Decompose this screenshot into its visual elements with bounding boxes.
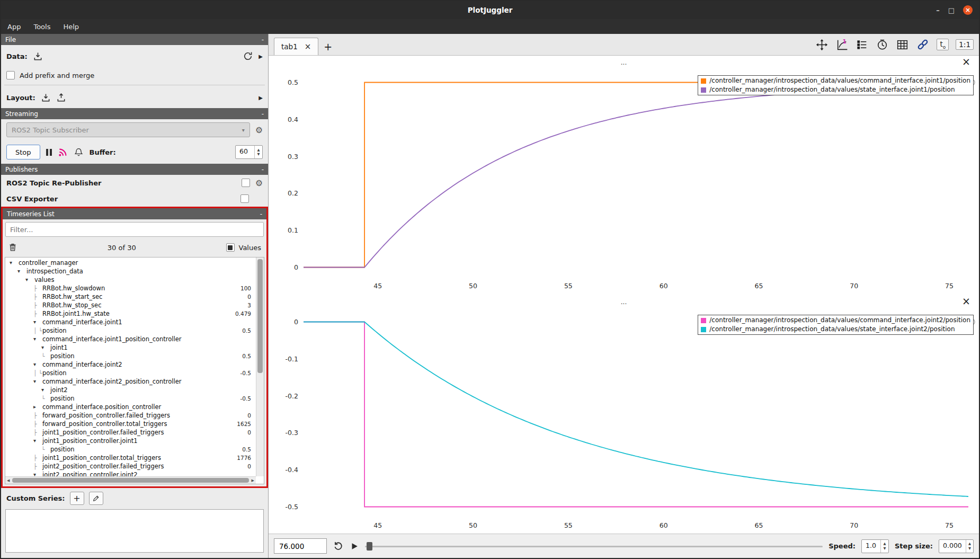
tree-expanded-arrow-icon[interactable]: ▾ [33, 335, 40, 343]
filter-input[interactable] [5, 222, 264, 237]
load-layout-icon[interactable] [41, 93, 51, 103]
edit-custom-series-button[interactable] [89, 492, 103, 505]
timeseries-section-header[interactable]: Timeseries List - [3, 208, 266, 219]
save-layout-icon[interactable] [56, 93, 66, 103]
spin-down-icon[interactable]: ▼ [883, 546, 886, 551]
tree-row[interactable]: ├forward_position_controller.total_trigg… [5, 420, 256, 428]
link-axes-icon[interactable] [916, 38, 930, 51]
plot-close-icon[interactable]: × [962, 56, 970, 67]
time-slider-groove[interactable] [365, 546, 823, 547]
tree-expanded-arrow-icon[interactable]: ▾ [25, 276, 32, 284]
streaming-settings-gear-icon[interactable]: ⚙ [255, 125, 263, 135]
legend-entry[interactable]: /controller_manager/introspection_data/v… [701, 316, 970, 325]
spin-buttons[interactable]: ▲ ▼ [966, 540, 973, 553]
plot-close-icon[interactable]: × [962, 295, 970, 307]
custom-series-list[interactable] [5, 509, 264, 553]
close-window-button[interactable]: × [963, 5, 973, 15]
scroll-right-icon[interactable]: ▶ [250, 478, 256, 483]
tree-row[interactable]: ├joint1_position_controller.total_trigge… [5, 454, 256, 462]
spin-up-icon[interactable]: ▲ [257, 148, 260, 152]
sync-data-icon[interactable] [243, 51, 253, 61]
collapse-icon[interactable]: - [262, 166, 264, 173]
publishers-section-header[interactable]: Publishers - [1, 164, 268, 175]
menu-help[interactable]: Help [57, 19, 85, 34]
tree-row[interactable]: ▾values [5, 276, 256, 284]
publisher-ros2-gear-icon[interactable]: ⚙ [255, 178, 263, 188]
tree-expanded-arrow-icon[interactable]: ▾ [33, 377, 40, 386]
timeseries-tree[interactable]: ▾controller_manager▾introspection_data▾v… [5, 258, 256, 476]
horizontal-scrollbar-thumb[interactable] [12, 478, 248, 483]
tree-expanded-arrow-icon[interactable]: ▾ [33, 471, 40, 476]
tree-row[interactable]: ▾joint1 [5, 343, 256, 352]
tree-expanded-arrow-icon[interactable]: ▾ [17, 267, 24, 276]
spin-buttons[interactable]: ▲ ▼ [254, 146, 262, 158]
load-data-icon[interactable] [33, 51, 43, 61]
publisher-csv-checkbox[interactable] [240, 194, 249, 203]
collapse-icon[interactable]: - [260, 210, 262, 218]
tree-expanded-arrow-icon[interactable]: ▾ [33, 437, 40, 445]
plot-legend[interactable]: /controller_manager/introspection_data/v… [698, 75, 974, 95]
file-section-header[interactable]: File - [1, 34, 268, 45]
streaming-section-header[interactable]: Streaming - [1, 108, 268, 119]
plot-canvas[interactable]: 00.10.20.30.40.545505560657075/controlle… [270, 68, 978, 292]
spin-down-icon[interactable]: ▼ [968, 546, 971, 551]
menu-app[interactable]: App [1, 19, 27, 34]
grid-layout-icon[interactable] [896, 38, 909, 51]
buffer-spinbox[interactable]: 60 ▲ ▼ [235, 145, 263, 159]
tree-row[interactable]: ▾command_interface.joint1_position_contr… [5, 335, 256, 343]
time-input[interactable] [274, 538, 327, 554]
horizontal-scrollbar[interactable]: ◀ ▶ [5, 476, 256, 484]
tree-row[interactable]: ├forward_position_controller.failed_trig… [5, 411, 256, 420]
speed-spinbox[interactable]: 1.0 ▲ ▼ [861, 539, 889, 553]
add-prefix-checkbox[interactable] [6, 71, 15, 79]
layout-menu-arrow-icon[interactable]: ▶ [259, 95, 263, 101]
scroll-left-icon[interactable]: ◀ [5, 478, 11, 483]
time-slider[interactable] [365, 541, 823, 552]
play-button[interactable] [350, 542, 359, 551]
tree-collapsed-arrow-icon[interactable]: ▸ [33, 403, 40, 411]
time-offset-button[interactable]: to [937, 39, 949, 51]
clock-icon[interactable] [876, 38, 889, 51]
tree-row[interactable]: ▾joint2 [5, 386, 256, 394]
tree-row[interactable]: ├joint1_position_controller.failed_trigg… [5, 428, 256, 437]
values-checkbox[interactable] [226, 243, 235, 252]
tree-row[interactable]: ▸command_interface.position_controller [5, 403, 256, 411]
maximize-button[interactable]: □ [948, 6, 955, 14]
time-slider-handle[interactable] [367, 542, 372, 551]
tree-row[interactable]: ├RRBot.hw_stop_sec3 [5, 301, 256, 309]
tree-row[interactable]: ▾command_interface.joint2 [5, 360, 256, 369]
tree-row[interactable]: └position0.5 [5, 445, 256, 454]
add-custom-series-button[interactable]: + [70, 492, 84, 505]
notifications-bell-icon[interactable] [74, 147, 84, 157]
tree-row[interactable]: └position-0.5 [5, 394, 256, 403]
tree-expanded-arrow-icon[interactable]: ▾ [41, 343, 48, 352]
spin-up-icon[interactable]: ▲ [968, 542, 971, 546]
step-size-spinbox[interactable]: 0.000 ▲ ▼ [939, 539, 974, 553]
legend-entry[interactable]: /controller_manager/introspection_data/v… [701, 325, 970, 334]
tree-row[interactable]: ▾command_interface.joint1 [5, 318, 256, 326]
publisher-ros2-checkbox[interactable] [242, 179, 250, 187]
tree-row[interactable]: │ └position-0.5 [5, 369, 256, 377]
ratio-1-1-button[interactable]: 1:1 [956, 39, 974, 50]
plot-legend[interactable]: /controller_manager/introspection_data/v… [698, 315, 974, 335]
stop-button[interactable]: Stop [6, 145, 40, 159]
tree-expanded-arrow-icon[interactable]: ▾ [10, 259, 16, 267]
plot-style-icon[interactable]: 1 [835, 38, 849, 51]
fullscreen-arrows-icon[interactable] [815, 38, 828, 51]
legend-entry[interactable]: /controller_manager/introspection_data/v… [701, 85, 970, 94]
tree-row[interactable]: ▾joint1_position_controller.joint1 [5, 437, 256, 445]
pause-icon[interactable] [46, 149, 52, 156]
tree-expanded-arrow-icon[interactable]: ▾ [41, 386, 48, 394]
tree-row[interactable]: ├RRBot.hw_start_sec0 [5, 292, 256, 301]
legend-list-icon[interactable] [856, 38, 869, 51]
tree-row[interactable]: ├RRBot.hw_slowdown100 [5, 284, 256, 292]
spin-down-icon[interactable]: ▼ [257, 152, 260, 156]
collapse-icon[interactable]: - [262, 36, 264, 43]
tree-row[interactable]: ▾controller_manager [5, 259, 256, 267]
spin-up-icon[interactable]: ▲ [883, 542, 886, 546]
tree-row[interactable]: │ └position0.5 [5, 326, 256, 335]
collapse-icon[interactable]: - [262, 110, 264, 118]
legend-entry[interactable]: /controller_manager/introspection_data/v… [701, 76, 970, 85]
tree-expanded-arrow-icon[interactable]: ▾ [33, 318, 40, 326]
plot-canvas[interactable]: 0-0.1-0.2-0.3-0.4-0.545505560657075/cont… [270, 307, 978, 532]
